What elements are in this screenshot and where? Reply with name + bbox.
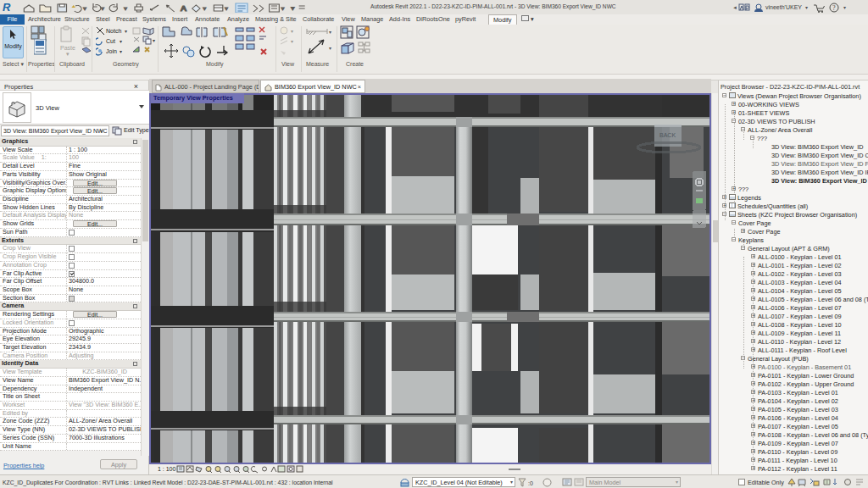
svg-text:A: A bbox=[181, 4, 187, 13]
svg-text:▾: ▾ bbox=[843, 5, 846, 10]
svg-text:▾: ▾ bbox=[225, 5, 228, 10]
svg-text:▾: ▾ bbox=[124, 5, 127, 10]
svg-text:▾: ▾ bbox=[329, 30, 331, 35]
svg-text:▾: ▾ bbox=[101, 5, 104, 10]
svg-text:Cut: Cut bbox=[106, 38, 115, 44]
svg-text:▾: ▾ bbox=[120, 39, 122, 44]
svg-text:▾: ▾ bbox=[281, 5, 285, 10]
svg-text:Notch: Notch bbox=[106, 28, 121, 34]
svg-text:▾: ▾ bbox=[125, 29, 127, 34]
svg-text:▾: ▾ bbox=[203, 5, 207, 10]
svg-text:▾: ▾ bbox=[291, 5, 294, 12]
svg-text:Join: Join bbox=[106, 48, 117, 54]
svg-text::0: :0 bbox=[528, 480, 533, 486]
svg-text:▾: ▾ bbox=[120, 49, 122, 54]
svg-text:▾: ▾ bbox=[805, 5, 808, 10]
svg-text:▾: ▾ bbox=[291, 29, 293, 34]
svg-text:▾: ▾ bbox=[153, 38, 155, 43]
svg-text:BACK: BACK bbox=[659, 132, 676, 138]
svg-text:vineeth'UKEY: vineeth'UKEY bbox=[765, 4, 802, 10]
svg-text:◄: ◄ bbox=[732, 5, 737, 10]
svg-text:▾: ▾ bbox=[329, 46, 331, 51]
svg-text:?: ? bbox=[832, 4, 836, 12]
svg-text:▾: ▾ bbox=[291, 39, 293, 44]
svg-text:▾: ▾ bbox=[83, 5, 86, 10]
